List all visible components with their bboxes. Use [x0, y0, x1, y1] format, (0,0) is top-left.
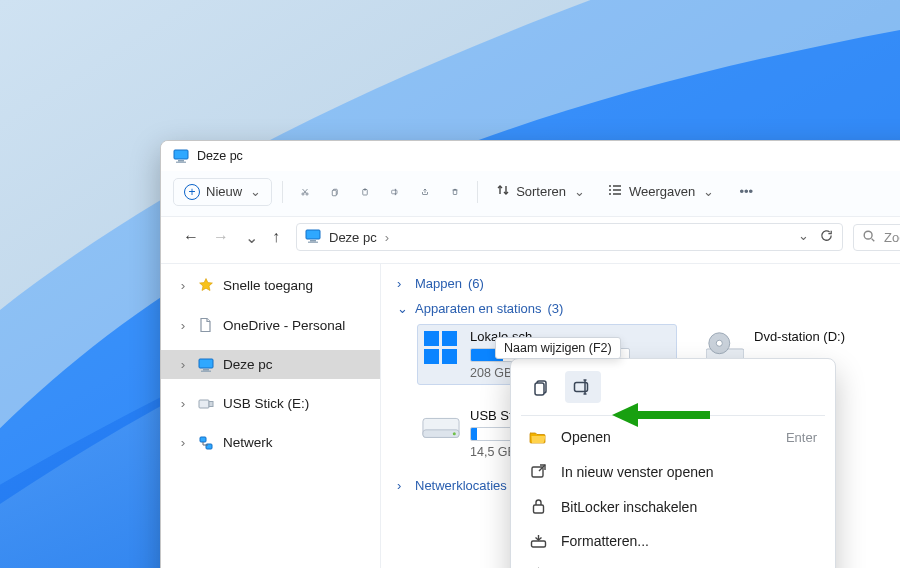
chevron-right-icon[interactable]: › — [177, 396, 189, 411]
svg-rect-7 — [332, 190, 336, 196]
breadcrumb[interactable]: Deze pc — [329, 230, 377, 245]
address-row: ← → ⌄ ↑ Deze pc › ⌄ Zoeken in Deze pc — [161, 217, 900, 264]
history-nav: ← → ⌄ ↑ — [177, 226, 286, 249]
ctx-item-new-window[interactable]: In nieuw venster openen — [517, 454, 829, 489]
svg-marker-40 — [612, 403, 638, 427]
back-button[interactable]: ← — [183, 228, 199, 246]
group-count: (3) — [547, 301, 563, 316]
document-icon — [197, 317, 215, 333]
ctx-item-label: In nieuw venster openen — [561, 464, 714, 480]
ctx-item-hint: Enter — [786, 430, 817, 445]
rename-tooltip: Naam wijzigen (F2) — [495, 337, 621, 359]
delete-button[interactable] — [443, 180, 467, 204]
usb-drive-icon — [197, 398, 215, 410]
search-input[interactable]: Zoeken in Deze pc — [853, 224, 900, 251]
svg-rect-16 — [199, 359, 213, 368]
chevron-right-icon[interactable]: › — [177, 318, 189, 333]
refresh-button[interactable] — [819, 228, 834, 246]
plus-icon: + — [184, 184, 200, 200]
folder-open-icon — [529, 429, 547, 445]
search-icon — [862, 229, 876, 246]
group-devices[interactable]: ⌄ Apparaten en stations (3) — [395, 297, 900, 322]
network-icon — [197, 436, 215, 450]
sidebar-item-label: OneDrive - Personal — [223, 318, 345, 333]
capacity-fill — [471, 428, 477, 440]
chevron-down-icon[interactable]: ⌄ — [798, 228, 809, 246]
cut-button[interactable] — [293, 180, 317, 204]
svg-rect-14 — [308, 241, 318, 242]
hard-drive-icon — [422, 408, 460, 446]
svg-rect-17 — [203, 369, 209, 371]
forward-button[interactable]: → — [213, 228, 229, 246]
svg-rect-34 — [535, 383, 544, 395]
paste-button[interactable] — [353, 180, 377, 204]
chevron-down-icon: ⌄ — [397, 301, 409, 316]
svg-rect-19 — [199, 400, 209, 408]
sidebar-item-label: Netwerk — [223, 435, 273, 450]
separator — [477, 181, 478, 203]
sort-icon — [496, 183, 510, 200]
window-title: Deze pc — [197, 149, 243, 163]
new-button[interactable]: + Nieuw ⌄ — [173, 178, 272, 206]
ctx-item-format[interactable]: Formatteren... — [517, 524, 829, 558]
svg-rect-13 — [310, 240, 316, 242]
svg-rect-12 — [306, 230, 320, 239]
rename-button[interactable] — [383, 180, 407, 204]
ctx-item-pin-quick-access[interactable]: Aan Snelle toegang vastmaken — [517, 558, 829, 568]
drive-icon — [422, 329, 460, 367]
svg-rect-25 — [424, 349, 439, 364]
sidebar-item-label: Snelle toegang — [223, 278, 313, 293]
chevron-down-icon: ⌄ — [574, 184, 585, 199]
star-icon — [197, 277, 215, 293]
ctx-item-label: BitLocker inschakelen — [561, 499, 697, 515]
chevron-right-icon[interactable]: › — [177, 357, 189, 372]
svg-rect-23 — [424, 331, 439, 346]
view-icon — [607, 183, 623, 200]
chevron-right-icon[interactable]: › — [177, 278, 189, 293]
format-icon — [529, 534, 547, 549]
svg-point-4 — [302, 192, 304, 194]
address-bar[interactable]: Deze pc › ⌄ — [296, 223, 843, 251]
copy-button[interactable] — [323, 180, 347, 204]
sidebar-item-onedrive[interactable]: › OneDrive - Personal — [161, 310, 380, 340]
svg-rect-3 — [176, 162, 186, 163]
group-label: Netwerklocaties — [415, 478, 507, 493]
chevron-right-icon[interactable]: › — [385, 230, 389, 245]
svg-point-29 — [716, 340, 722, 346]
sidebar-item-label: Deze pc — [223, 357, 273, 372]
chevron-right-icon: › — [397, 276, 409, 291]
sidebar-item-usb[interactable]: › USB Stick (E:) — [161, 389, 380, 418]
svg-point-15 — [864, 231, 872, 239]
new-button-label: Nieuw — [206, 184, 242, 199]
this-pc-icon — [305, 229, 321, 246]
sidebar-item-network[interactable]: › Netwerk — [161, 428, 380, 457]
search-placeholder: Zoeken in Deze pc — [884, 230, 900, 245]
sidebar-item-quick-access[interactable]: › Snelle toegang — [161, 270, 380, 300]
svg-point-5 — [306, 192, 308, 194]
ctx-item-bitlocker[interactable]: BitLocker inschakelen — [517, 489, 829, 524]
drive-name: Dvd-station (D:) — [754, 329, 845, 344]
group-count: (6) — [468, 276, 484, 291]
svg-rect-21 — [200, 437, 206, 442]
svg-rect-20 — [209, 401, 213, 406]
up-button[interactable]: ↑ — [272, 228, 280, 246]
sidebar-item-this-pc[interactable]: › Deze pc — [161, 350, 380, 379]
group-folders[interactable]: › Mappen (6) — [395, 272, 900, 297]
chevron-right-icon[interactable]: › — [177, 435, 189, 450]
ctx-copy-button[interactable] — [523, 371, 559, 403]
share-button[interactable] — [413, 180, 437, 204]
sort-button[interactable]: Sorteren ⌄ — [488, 177, 593, 206]
sidebar-item-label: USB Stick (E:) — [223, 396, 309, 411]
recent-locations-button[interactable]: ⌄ — [245, 228, 258, 247]
this-pc-icon — [173, 149, 189, 163]
group-label: Apparaten en stations — [415, 301, 541, 316]
more-button[interactable]: ••• — [734, 180, 758, 204]
command-bar: + Nieuw ⌄ Sorteren ⌄ Weergaven ⌄ ••• — [161, 171, 900, 217]
new-window-icon — [529, 463, 547, 480]
titlebar[interactable]: Deze pc — [161, 141, 900, 171]
view-button[interactable]: Weergaven ⌄ — [599, 177, 722, 206]
svg-point-32 — [453, 432, 456, 435]
ctx-rename-button[interactable] — [565, 371, 601, 403]
ctx-item-label: Openen — [561, 429, 611, 445]
chevron-down-icon: ⌄ — [703, 184, 714, 199]
